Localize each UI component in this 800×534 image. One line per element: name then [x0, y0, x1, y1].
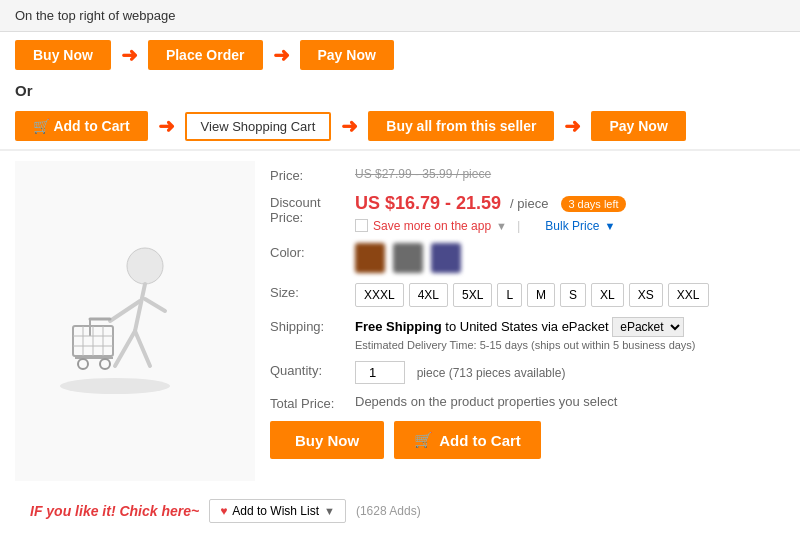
- price-inline: US $16.79 - 21.59 / piece 3 days left: [355, 193, 785, 214]
- size-l[interactable]: L: [497, 283, 522, 307]
- flow1-place-order-button[interactable]: Place Order: [148, 40, 263, 70]
- shipping-est: Estimated Delivery Time: 5-15 days (ship…: [355, 339, 785, 351]
- add-cart-icon: 🛒: [414, 431, 433, 449]
- price-unit: / piece: [510, 196, 548, 211]
- svg-line-4: [115, 331, 135, 366]
- size-xs[interactable]: XS: [629, 283, 663, 307]
- bulk-price-arrow: ▼: [604, 220, 615, 232]
- color-swatches: [355, 243, 785, 273]
- total-price-value: Depends on the product properties you se…: [355, 394, 785, 409]
- size-m[interactable]: M: [527, 283, 555, 307]
- if-like-text: IF you like it! Chick here~: [30, 503, 199, 519]
- flow1-arrow2: ➜: [273, 43, 290, 67]
- total-price-label: Total Price:: [270, 394, 355, 411]
- size-xxl[interactable]: XXL: [668, 283, 709, 307]
- save-app-arrow: ▼: [496, 220, 507, 232]
- days-badge: 3 days left: [561, 196, 625, 212]
- size-s[interactable]: S: [560, 283, 586, 307]
- save-app-text: Save more on the app: [373, 219, 491, 233]
- svg-line-3: [145, 299, 165, 311]
- cart-icon: 🛒: [33, 118, 50, 134]
- size-label: Size:: [270, 283, 355, 300]
- add-wish-list-button[interactable]: ♥ Add to Wish List ▼: [209, 499, 346, 523]
- add-to-cart-label: Add to Cart: [439, 432, 521, 449]
- bulk-price-link[interactable]: Bulk Price: [545, 219, 599, 233]
- shipping-row: Shipping: Free Shipping to United States…: [270, 317, 785, 351]
- discount-price-value: US $16.79 - 21.59 / piece 3 days left Sa…: [355, 193, 785, 233]
- heart-icon: ♥: [220, 504, 227, 518]
- price-row: Price: US $27.99 - 35.99 / piece: [270, 166, 785, 183]
- size-xxxl[interactable]: XXXL: [355, 283, 404, 307]
- flow2-arrow3: ➜: [564, 114, 581, 138]
- svg-point-0: [127, 248, 163, 284]
- discount-price-label: DiscountPrice:: [270, 193, 355, 225]
- top-bar: On the top right of webpage: [0, 0, 800, 32]
- svg-line-1: [135, 284, 145, 331]
- color-swatch-1[interactable]: [355, 243, 385, 273]
- action-buttons: Buy Now 🛒 Add to Cart: [270, 421, 785, 459]
- total-price-row: Total Price: Depends on the product prop…: [270, 394, 785, 411]
- flow2-section: 🛒 Add to Cart ➜ View Shopping Cart ➜ Buy…: [0, 103, 800, 149]
- top-bar-text: On the top right of webpage: [15, 8, 175, 23]
- svg-line-2: [110, 301, 140, 321]
- shipping-value: Free Shipping to United States via ePack…: [355, 317, 785, 351]
- price-original: US $27.99 - 35.99 / piece: [355, 167, 491, 181]
- free-shipping-text: Free Shipping: [355, 319, 442, 334]
- svg-point-17: [100, 359, 110, 369]
- quantity-label: Quantity:: [270, 361, 355, 378]
- svg-line-5: [135, 331, 150, 366]
- flow1-pay-now-button[interactable]: Pay Now: [300, 40, 394, 70]
- color-label: Color:: [270, 243, 355, 260]
- add-wish-list-label: Add to Wish List: [232, 504, 319, 518]
- flow1-section: Buy Now ➜ Place Order ➜ Pay Now: [0, 32, 800, 78]
- flow2-add-to-cart-label: Add to Cart: [53, 118, 129, 134]
- color-swatch-2[interactable]: [393, 243, 423, 273]
- divider-pipe: |: [517, 218, 520, 233]
- product-image-svg: [35, 211, 235, 431]
- flow2-arrow2: ➜: [341, 114, 358, 138]
- wish-arrow: ▼: [324, 505, 335, 517]
- product-details: Price: US $27.99 - 35.99 / piece Discoun…: [270, 161, 785, 481]
- shipping-text: Free Shipping to United States via ePack…: [355, 317, 785, 337]
- product-section: Price: US $27.99 - 35.99 / piece Discoun…: [0, 150, 800, 491]
- size-row: Size: XXXL 4XL 5XL L M S XL XS XXL: [270, 283, 785, 307]
- quantity-row: Quantity: piece (713 pieces available): [270, 361, 785, 384]
- price-discount-text: US $16.79 - 21.59: [355, 193, 501, 214]
- shipping-label: Shipping:: [270, 317, 355, 334]
- color-swatch-3[interactable]: [431, 243, 461, 273]
- flow1-buy-now-button[interactable]: Buy Now: [15, 40, 111, 70]
- size-5xl[interactable]: 5XL: [453, 283, 492, 307]
- flow2-pay-now-button[interactable]: Pay Now: [591, 111, 685, 141]
- flow1-arrow1: ➜: [121, 43, 138, 67]
- price-value: US $27.99 - 35.99 / piece: [355, 166, 785, 181]
- buy-now-button[interactable]: Buy Now: [270, 421, 384, 459]
- flow2-buy-from-seller-button[interactable]: Buy all from this seller: [368, 111, 554, 141]
- size-4xl[interactable]: 4XL: [409, 283, 448, 307]
- quantity-input[interactable]: [355, 361, 405, 384]
- flow2-add-to-cart-button[interactable]: 🛒 Add to Cart: [15, 111, 148, 141]
- wish-list-section: IF you like it! Chick here~ ♥ Add to Wis…: [0, 491, 800, 531]
- price-label: Price:: [270, 166, 355, 183]
- shipping-method-select[interactable]: ePacket: [612, 317, 684, 337]
- svg-point-16: [78, 359, 88, 369]
- add-to-cart-button[interactable]: 🛒 Add to Cart: [394, 421, 541, 459]
- adds-count: (1628 Adds): [356, 504, 421, 518]
- save-app-checkbox[interactable]: [355, 219, 368, 232]
- discount-price-row: DiscountPrice: US $16.79 - 21.59 / piece…: [270, 193, 785, 233]
- or-label: Or: [0, 78, 800, 103]
- quantity-value-wrapper: piece (713 pieces available): [355, 361, 785, 384]
- shipping-to-text: to United States via ePacket: [445, 319, 608, 334]
- size-xl[interactable]: XL: [591, 283, 624, 307]
- svg-point-18: [60, 378, 170, 394]
- save-app-row: Save more on the app ▼ | Bulk Price ▼: [355, 218, 785, 233]
- size-buttons: XXXL 4XL 5XL L M S XL XS XXL: [355, 283, 785, 307]
- color-row: Color:: [270, 243, 785, 273]
- flow2-view-cart-button[interactable]: View Shopping Cart: [185, 112, 332, 141]
- quantity-info: piece (713 pieces available): [417, 366, 566, 380]
- flow2-arrow1: ➜: [158, 114, 175, 138]
- product-image: [15, 161, 255, 481]
